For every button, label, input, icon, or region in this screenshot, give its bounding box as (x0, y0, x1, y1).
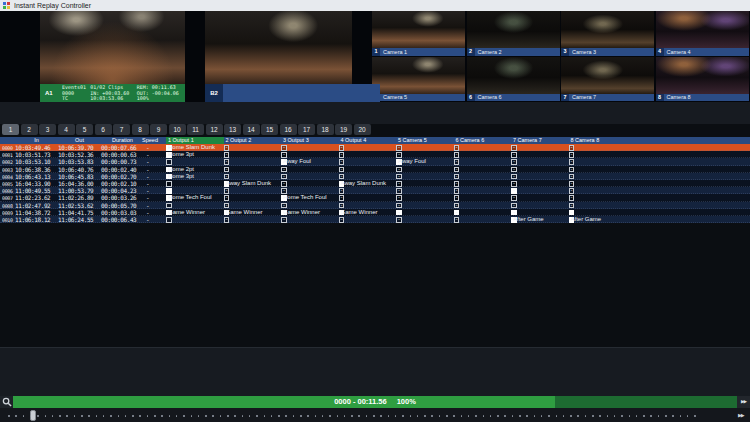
tab-9[interactable]: 9 (150, 124, 167, 135)
timeline-tick (519, 415, 521, 417)
event-tag-label: - (283, 144, 285, 151)
event-tag-label: - (513, 158, 515, 165)
camera-3-thumbnail[interactable] (561, 11, 654, 48)
in-time: 11:00:49.55 (15, 187, 50, 194)
timeline-tick (658, 415, 660, 417)
timeline-tick (417, 415, 419, 417)
event-row-0007[interactable]: 000711:02:23.6211:02:26.8900:00:03.26-Ho… (0, 194, 750, 201)
event-tag-label: - (283, 202, 285, 209)
tab-5[interactable]: 5 (76, 124, 93, 135)
timeline-tick (191, 415, 193, 417)
out-time: 11:02:26.89 (58, 194, 93, 201)
monitor-a-label: A1 (45, 90, 53, 96)
tab-6[interactable]: 6 (95, 124, 112, 135)
camera-5-thumbnail[interactable] (372, 57, 465, 94)
timeline-tick (154, 415, 156, 417)
camera-2-thumbnail[interactable] (467, 11, 560, 48)
output-cell-5: - (396, 194, 453, 201)
tab-19[interactable]: 19 (335, 124, 352, 135)
camera-3-label: 3Camera 3 (561, 48, 654, 56)
timeline-tick (96, 415, 98, 417)
event-row-0002[interactable]: 000210:03:53.1010:03:53.8300:00:00.73--A… (0, 158, 750, 165)
playback-progress-bar[interactable]: 0000 - 00:11.56100% ▶▶ (0, 396, 750, 408)
tab-16[interactable]: 16 (280, 124, 297, 135)
camera-1-thumbnail[interactable] (372, 11, 465, 48)
timeline-tick (373, 415, 375, 417)
timeline-tick (344, 415, 346, 417)
tab-18[interactable]: 18 (317, 124, 334, 135)
event-row-0006[interactable]: 000611:00:49.5511:00:53.7900:00:04.23---… (0, 187, 750, 194)
event-tag-label: - (571, 158, 573, 165)
camera-6-name: Camera 6 (478, 94, 502, 100)
camera-7-thumbnail[interactable] (561, 57, 654, 94)
event-tag-label: - (283, 151, 285, 158)
output-1-checkbox[interactable] (166, 203, 172, 209)
tab-20[interactable]: 20 (354, 124, 371, 135)
event-row-0001[interactable]: 000110:03:51.7310:03:52.3600:00:00.63-Ho… (0, 151, 750, 158)
camera-6-thumbnail[interactable] (467, 57, 560, 94)
event-row-0004[interactable]: 000410:06:43.1310:06:45.8300:00:02.70-Ho… (0, 173, 750, 180)
bottom-control-panel: Mark InOut-5-10-20 A|B A B AP12345678BP1… (0, 347, 750, 396)
event-tag-label: - (283, 216, 285, 223)
tab-2[interactable]: 2 (21, 124, 38, 135)
event-tag-label: - (341, 173, 343, 180)
event-row-0005[interactable]: 000516:04:33.9016:04:36.0000:00:02.10-Aw… (0, 180, 750, 187)
timeline-tick (629, 415, 631, 417)
event-tag-label: Home Tech Foul (283, 194, 327, 201)
event-tag-label: Home 2pt (168, 166, 194, 173)
window-title: Instant Replay Controller (14, 1, 91, 10)
event-row-0000[interactable]: 000010:03:49.4610:06:39.7000:00:07.66-Ho… (0, 144, 750, 151)
duration: 00:00:02.10 (101, 180, 136, 187)
output-cell-1 (166, 202, 223, 209)
out-time: 10:06:40.76 (58, 166, 93, 173)
duration: 00:00:07.66 (101, 144, 136, 151)
tab-14[interactable]: 14 (243, 124, 260, 135)
camera-8-name: Camera 8 (667, 94, 691, 100)
speed: - (146, 180, 149, 187)
timeline-tick (110, 415, 112, 417)
output-cell-5: - (396, 209, 453, 216)
camera-4-thumbnail[interactable] (656, 11, 749, 48)
camera-8-thumbnail[interactable] (656, 57, 749, 94)
event-row-0008[interactable]: 000811:02:47.9211:02:53.6200:00:05.70---… (0, 202, 750, 209)
timeline-tick (212, 415, 214, 417)
tab-10[interactable]: 10 (169, 124, 186, 135)
camera-5-label: 5Camera 5 (372, 94, 465, 102)
event-row-0003[interactable]: 000310:06:38.3610:06:40.7600:00:02.40-Ho… (0, 166, 750, 173)
timeline-scrubber[interactable]: ▶▶ (0, 408, 750, 422)
out-time: 11:06:24.55 (58, 216, 93, 223)
tab-3[interactable]: 3 (39, 124, 56, 135)
tab-8[interactable]: 8 (132, 124, 149, 135)
camera-3-number: 3 (561, 48, 569, 56)
tab-17[interactable]: 17 (298, 124, 315, 135)
output-1-checkbox[interactable] (166, 159, 172, 165)
tab-12[interactable]: 12 (206, 124, 223, 135)
output-cell-1: Home 3pt (166, 173, 223, 180)
output-cell-2: - (224, 173, 281, 180)
output-cell-8: - (569, 151, 626, 158)
camera-6-label: 6Camera 6 (467, 94, 560, 102)
timeline-tick (395, 415, 397, 417)
output-1-checkbox[interactable] (166, 181, 172, 187)
tab-1[interactable]: 1 (2, 124, 19, 135)
skip-to-end-button[interactable]: ▶▶ (737, 396, 750, 408)
event-row-0010[interactable]: 001011:06:18.1211:06:24.5500:00:06.43---… (0, 216, 750, 223)
timeline-tick (366, 415, 368, 417)
tab-11[interactable]: 11 (187, 124, 204, 135)
event-id: 0006 (2, 188, 13, 194)
timeline-tick (337, 415, 339, 417)
timeline-tick (439, 415, 441, 417)
in-time: 11:02:47.92 (15, 202, 50, 209)
tab-15[interactable]: 15 (261, 124, 278, 135)
tab-13[interactable]: 13 (224, 124, 241, 135)
tc-label: TC (62, 96, 90, 101)
timeline-tick (183, 415, 185, 417)
output-cell-4: - (339, 202, 396, 209)
event-row-0009[interactable]: 000911:04:38.7211:04:41.7500:00:03.03-Ga… (0, 209, 750, 216)
scrubber-end-icon[interactable]: ▶▶ (738, 410, 744, 421)
event-tag-label: Home 3pt (168, 151, 194, 158)
output-1-checkbox[interactable] (166, 217, 172, 223)
tab-7[interactable]: 7 (113, 124, 130, 135)
tab-4[interactable]: 4 (58, 124, 75, 135)
camera-7-label: 7Camera 7 (561, 94, 654, 102)
